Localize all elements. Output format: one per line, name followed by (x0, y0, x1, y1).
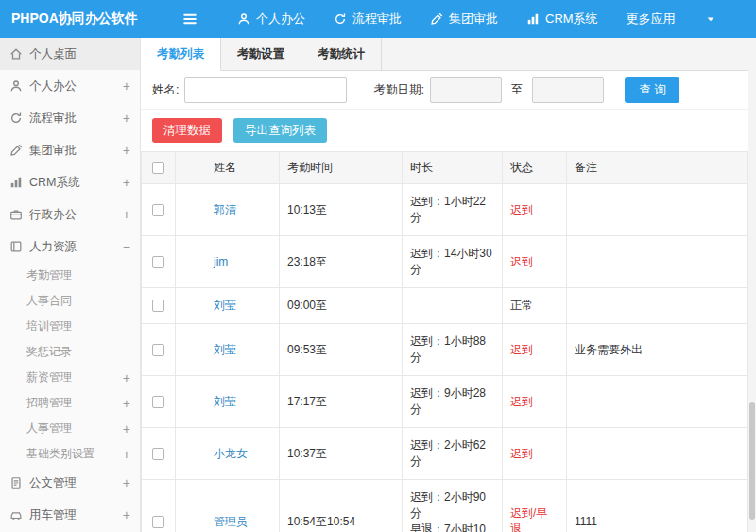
row-select-cell (142, 324, 176, 376)
sidebar-item-label: 公文管理 (29, 475, 77, 491)
vertical-scrollbar[interactable] (748, 38, 756, 532)
sidebar-subitem-recruitment-management[interactable]: 招聘管理+ (0, 390, 140, 416)
select-all-checkbox[interactable] (152, 162, 164, 174)
sidebar-subitem-label: 招聘管理 (26, 395, 72, 411)
sidebar-item-workflow-approval[interactable]: 流程审批+ (0, 102, 140, 134)
employee-name-link[interactable]: 小龙女 (214, 447, 248, 460)
note-cell (567, 236, 748, 288)
row-select-cell (142, 288, 176, 324)
sidebar-subitem-training-management[interactable]: 培训管理 (0, 314, 140, 339)
nav-item-more-apps[interactable]: 更多应用 (612, 0, 696, 38)
attendance-time-cell: 09:00至 (280, 288, 403, 324)
sidebar: 个人桌面个人办公+流程审批+集团审批+CRM系统+行政办公+人力资源−考勤管理人… (0, 38, 141, 532)
column-header: 备注 (567, 152, 748, 184)
date-start-input[interactable] (430, 77, 502, 103)
nav-item-crm-system[interactable]: CRM系统 (512, 0, 612, 38)
expand-toggle: + (123, 175, 130, 190)
sidebar-subitem-label: 奖惩记录 (26, 344, 72, 360)
sidebar-item-human-resources[interactable]: 人力资源− (0, 231, 140, 263)
sidebar-item-personal-desktop[interactable]: 个人桌面 (0, 38, 140, 70)
briefcase-icon (9, 208, 29, 221)
attendance-table: 姓名考勤时间时长状态备注郭清10:13至迟到：1小时22分迟到jim23:18至… (141, 151, 748, 532)
column-header: 时长 (403, 152, 503, 184)
main-content: 考勤列表考勤设置考勤统计 姓名: 考勤日期: 至 查 询 清理数据 导出查询列表… (141, 38, 748, 532)
search-button[interactable]: 查 询 (625, 77, 679, 103)
nav-item-label: 流程审批 (352, 10, 402, 27)
book-icon (9, 240, 29, 253)
duration-cell: 迟到：14小时30分 (403, 236, 503, 288)
sidebar-item-doc-management[interactable]: 公文管理+ (0, 467, 140, 499)
top-header: PHPOA协同办公软件 个人办公流程审批集团审批CRM系统更多应用 (0, 0, 756, 38)
nav-item-label: 更多应用 (627, 10, 676, 27)
sidebar-item-admin-office[interactable]: 行政办公+ (0, 198, 140, 231)
employee-name-link[interactable]: 刘莹 (214, 299, 236, 312)
sidebar-item-label: 个人办公 (29, 78, 77, 94)
employee-name-link[interactable]: 刘莹 (214, 343, 236, 356)
nav-item-group-approval[interactable]: 集团审批 (416, 0, 512, 38)
chart-icon (9, 176, 29, 189)
sidebar-item-label: 个人桌面 (29, 46, 77, 62)
expand-toggle: + (123, 78, 130, 94)
sidebar-subitem-reward-punishment[interactable]: 奖惩记录 (0, 339, 140, 365)
employee-name-cell: 刘莹 (176, 376, 280, 428)
employee-name-link[interactable]: 管理员 (214, 515, 248, 528)
row-select-cell (142, 376, 176, 428)
name-label: 姓名: (152, 82, 179, 98)
nav-item-personal-office[interactable]: 个人办公 (223, 0, 319, 38)
export-list-button[interactable]: 导出查询列表 (233, 118, 327, 143)
employee-name-link[interactable]: 刘莹 (214, 395, 236, 408)
sidebar-item-personal-office[interactable]: 个人办公+ (0, 70, 140, 102)
name-input[interactable] (184, 77, 347, 103)
sidebar-subitem-salary-management[interactable]: 薪资管理+ (0, 365, 140, 390)
table-row: 小龙女10:37至迟到：2小时62分迟到 (142, 428, 748, 480)
sidebar-item-group-approval[interactable]: 集团审批+ (0, 134, 140, 166)
sidebar-item-label: 行政办公 (29, 207, 77, 223)
column-header: 状态 (503, 152, 567, 184)
employee-name-cell: 刘莹 (176, 288, 280, 324)
row-checkbox[interactable] (152, 256, 164, 268)
duration-cell: 迟到：2小时90分 早退：7小时10分 (403, 480, 503, 532)
row-select-cell (142, 184, 176, 236)
sidebar-subitem-label: 基础类别设置 (26, 446, 94, 462)
sidebar-item-vehicle-management[interactable]: 用车管理+ (0, 499, 140, 531)
attendance-time-cell: 10:54至10:54 (280, 480, 403, 532)
sidebar-subitem-personnel-contract[interactable]: 人事合同 (0, 288, 140, 314)
sidebar-subitem-base-category-settings[interactable]: 基础类别设置+ (0, 441, 140, 467)
note-cell (567, 376, 748, 428)
table-row: jim23:18至迟到：14小时30分迟到 (142, 236, 748, 288)
employee-name-link[interactable]: 郭清 (214, 203, 236, 216)
to-label: 至 (511, 82, 524, 98)
tab-attendance-settings[interactable]: 考勤设置 (221, 38, 301, 71)
expand-toggle: − (123, 239, 130, 254)
nav-item-workflow-approval[interactable]: 流程审批 (319, 0, 416, 38)
duration-cell: 迟到：2小时62分 (403, 428, 503, 480)
status-cell: 迟到/早退 (503, 480, 567, 532)
row-checkbox[interactable] (152, 300, 164, 312)
tab-bar: 考勤列表考勤设置考勤统计 (141, 38, 748, 71)
sidebar-subitem-personnel-management[interactable]: 人事管理+ (0, 416, 140, 441)
apps-caret-down-icon[interactable] (705, 13, 716, 25)
duration-cell (403, 288, 503, 324)
sidebar-subitem-label: 薪资管理 (26, 369, 72, 386)
expand-toggle: + (123, 507, 130, 523)
process-icon (9, 112, 29, 125)
date-end-input[interactable] (532, 77, 604, 103)
sidebar-subitem-attendance-management[interactable]: 考勤管理 (0, 263, 140, 288)
table-row: 刘莹17:17至迟到：9小时28分迟到 (142, 376, 748, 428)
scrollbar-thumb[interactable] (749, 402, 755, 520)
row-checkbox[interactable] (152, 448, 164, 460)
tab-attendance-stats[interactable]: 考勤统计 (301, 38, 382, 71)
row-checkbox[interactable] (152, 516, 164, 528)
clear-data-button[interactable]: 清理数据 (152, 118, 222, 143)
row-checkbox[interactable] (152, 344, 164, 356)
sidebar-item-crm-system[interactable]: CRM系统+ (0, 166, 140, 198)
filter-bar: 姓名: 考勤日期: 至 查 询 (141, 71, 748, 110)
menu-toggle-icon[interactable] (178, 10, 202, 27)
note-cell (567, 428, 748, 480)
row-checkbox[interactable] (152, 204, 164, 216)
tab-attendance-list[interactable]: 考勤列表 (141, 38, 221, 71)
row-checkbox[interactable] (152, 396, 164, 408)
employee-name-link[interactable]: jim (214, 255, 228, 268)
column-header: 考勤时间 (280, 152, 403, 184)
tab-filler (382, 38, 748, 71)
